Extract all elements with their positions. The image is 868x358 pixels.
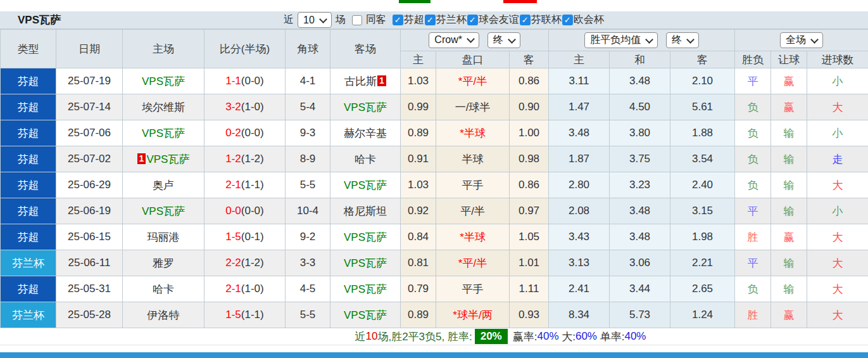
league-type-cell: 芬兰杯 [1,250,56,276]
fulltime-score: 2-1 [225,179,241,191]
away-team-name: VPS瓦萨 [344,101,387,113]
league-checkbox[interactable]: ✓ [520,15,531,25]
avg-home-odds-cell: 2.80 [549,172,610,198]
league-checkbox[interactable]: ✓ [562,15,573,25]
home-team-name: 伊洛特 [148,309,180,321]
halftime-score: (0-0) [241,127,264,139]
home-odds-cell: 1.03 [401,172,436,198]
league-checkbox[interactable]: ✓ [467,15,478,25]
corner-cell: 9-3 [286,120,330,146]
away-team-cell: VPS瓦萨 [330,250,401,276]
away-odds-cell: 1.00 [510,120,549,146]
top-red-bar [503,0,537,3]
result-goals-cell: 大 [807,250,868,276]
date-cell: 25-05-31 [56,276,123,302]
away-team-cell: 赫尔辛基 [330,120,401,146]
fulltime-score: 1-5 [225,231,241,243]
avg-draw-odds-cell: 3.23 [610,172,670,198]
bookmaker-time-select[interactable]: 终 [487,32,520,48]
away-odds-cell: 0.86 [510,68,549,94]
header-away: 客场 [330,30,401,68]
average-select[interactable]: 胜平负均值 [584,32,658,48]
league-type-cell: 芬超 [1,224,56,250]
away-odds-cell: 0.97 [510,198,549,224]
score-cell: 2-2(1-2) [204,250,286,276]
match-row: 芬兰杯25-05-28伊洛特1-5(1-1)5-5VPS瓦萨0.89*球半/两0… [1,302,868,328]
result-handicap-cell: 赢 [771,302,807,328]
average-time-select[interactable]: 终 [666,32,699,48]
date-cell: 25-07-06 [56,120,123,146]
league-checkbox[interactable]: ✓ [393,15,403,25]
header-type: 类型 [1,30,56,68]
matches-table: 类型 日期 主场 比分(半场) 角球 客场 Crow* 终 胜平负均值 [0,29,868,328]
result-goals-cell: 大 [807,224,868,250]
away-odds-cell: 0.86 [510,172,549,198]
result-wdl-cell: 平 [735,198,771,224]
date-cell: 25-06-15 [56,224,123,250]
result-handicap-cell: 输 [771,120,807,146]
average-selector-cell: 胜平负均值 终 [549,30,735,51]
avg-draw-odds-cell: 3.48 [610,198,670,224]
halftime-score: (0-0) [241,75,264,87]
scope-select-value: 全场 [786,34,806,47]
same-opponent-checkbox[interactable] [352,15,362,25]
away-team-cell: 格尼斯坦 [330,198,401,224]
result-goals-cell: 大 [807,94,868,120]
footer-segment: 10 [366,330,378,343]
avg-draw-odds-cell: 3.75 [610,146,670,172]
home-team-cell: 奥卢 [123,172,204,198]
home-team-name: 玛丽港 [148,231,180,243]
scope-select[interactable]: 全场 [780,32,823,48]
filter-controls: 近 10 场 同客 ✓芬超✓芬兰杯✓球会友谊✓芬联杯✓欧会杯 [284,11,605,29]
home-team-cell: 哈卡 [123,276,204,302]
result-wdl-cell: 胜 [735,224,771,250]
result-handicap-cell: 输 [771,146,807,172]
home-odds-cell: 1.03 [401,68,436,94]
away-odds-cell: 1.05 [510,224,549,250]
date-cell: 25-07-02 [56,146,123,172]
result-wdl-cell: 负 [735,172,771,198]
rank-badge: 1 [377,75,386,86]
avg-home-odds-cell: 3.11 [549,68,610,94]
fulltime-score: 2-1 [225,283,241,295]
avg-away-odds-cell: 2.10 [670,68,735,94]
corner-cell: 3-3 [286,250,330,276]
league-checkbox[interactable]: ✓ [425,15,436,25]
match-row: 芬超25-06-15玛丽港1-5(0-1)9-2VPS瓦萨0.84*半球1.05… [1,224,868,250]
fulltime-score: 1-1 [225,75,241,87]
avg-draw-odds-cell: 3.48 [610,224,670,250]
avg-home-odds-cell: 3.48 [549,120,610,146]
league-checkbox-label: 芬超 [404,13,424,27]
recent-count-select[interactable]: 10 [298,12,332,28]
footer-segment: 大: [559,329,576,344]
home-team-name: VPS瓦萨 [142,205,185,217]
match-row: 芬超25-07-14埃尔维斯3-2(1-0)5-4VPS瓦萨0.99一/球半0.… [1,94,868,120]
home-odds-cell: 0.99 [401,94,436,120]
league-checkbox-label: 球会友谊 [479,13,519,27]
handicap-cell: 平手 [436,172,510,198]
result-wdl-cell: 负 [735,276,771,302]
halftime-score: (1-1) [241,179,264,191]
league-checkbox-label: 芬联杯 [531,13,562,27]
footer-segment: 60% [576,330,597,343]
result-handicap-cell: 赢 [771,68,807,94]
avg-home-odds-cell: 1.47 [549,94,610,120]
header-home: 主场 [123,30,204,68]
bookmaker-select[interactable]: Crow* [429,32,479,48]
score-cell: 2-1(1-1) [204,172,286,198]
avg-home-odds-cell: 2.41 [549,276,610,302]
away-team-cell: 古比斯1 [330,68,401,94]
result-handicap-cell: 赢 [771,94,807,120]
corner-cell: 4-1 [286,68,330,94]
chevron-down-icon [467,35,475,43]
corner-cell: 5-5 [286,172,330,198]
home-team-cell: 雅罗 [123,250,204,276]
avg-home-odds-cell: 1.87 [549,146,610,172]
home-team-cell: 埃尔维斯 [123,94,204,120]
halftime-score: (1-0) [241,101,264,113]
fulltime-score: 1-2 [225,153,241,165]
avg-draw-odds-cell: 5.73 [610,302,670,328]
result-wdl-cell: 负 [735,120,771,146]
away-odds-cell: 1.01 [510,250,549,276]
date-cell: 25-06-11 [56,250,123,276]
